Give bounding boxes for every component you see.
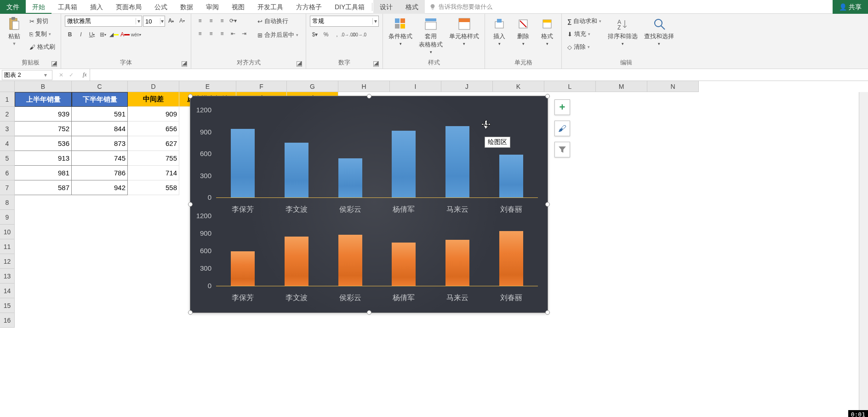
font-size-combo[interactable]: ▾ — [143, 16, 165, 27]
chart-handle-ne[interactable] — [545, 94, 550, 98]
bold-button[interactable]: B — [65, 29, 75, 40]
merge-center-button[interactable]: ⊞合并后居中▾ — [256, 29, 300, 41]
row-header-14[interactable]: 14 — [0, 284, 15, 298]
wrap-text-button[interactable]: ↩自动换行 — [256, 16, 300, 27]
row-header-3[interactable]: 3 — [0, 122, 15, 136]
share-button[interactable]: 👤共享 — [833, 0, 868, 14]
increase-font-button[interactable]: A▴ — [166, 16, 176, 26]
row-header-16[interactable]: 16 — [0, 313, 15, 328]
row-header-15[interactable]: 15 — [0, 298, 15, 313]
row-header-9[interactable]: 9 — [0, 210, 15, 225]
decrease-font-button[interactable]: A▾ — [177, 16, 187, 26]
tab-home[interactable]: 开始 — [26, 0, 51, 14]
chart-handle-w[interactable] — [188, 202, 193, 207]
row-header-5[interactable]: 5 — [0, 151, 15, 166]
decrease-decimal-button[interactable]: .00→.0 — [354, 29, 364, 40]
chart-bar[interactable] — [338, 235, 362, 286]
align-center-button[interactable]: ≡ — [206, 29, 216, 39]
chart-bar[interactable] — [445, 126, 469, 197]
chart-filters-button[interactable] — [554, 142, 570, 157]
row-header-12[interactable]: 12 — [0, 254, 15, 269]
tab-pagelayout[interactable]: 页面布局 — [109, 0, 148, 14]
select-all-button[interactable] — [0, 81, 15, 92]
worksheet[interactable]: BCDEFGHIJKLMN 12345678910111213141516 上半… — [0, 81, 868, 417]
formula-input[interactable] — [90, 69, 868, 81]
col-header-K[interactable]: K — [493, 81, 544, 92]
row-header-4[interactable]: 4 — [0, 136, 15, 151]
enter-formula-icon[interactable]: ✓ — [69, 72, 74, 78]
number-format-combo[interactable]: ▾ — [310, 16, 379, 27]
cell[interactable]: 913 — [15, 151, 72, 166]
orientation-button[interactable]: ⟳▾ — [228, 16, 238, 26]
col-header-N[interactable]: N — [647, 81, 699, 92]
tab-view[interactable]: 视图 — [225, 0, 251, 14]
italic-button[interactable]: I — [76, 29, 86, 40]
chart-bar[interactable] — [499, 231, 523, 286]
row-header-1[interactable]: 1 — [0, 92, 15, 107]
cell[interactable]: 873 — [72, 136, 128, 151]
accounting-format-button[interactable]: $▾ — [310, 29, 320, 40]
phonetic-button[interactable]: wén▾ — [131, 29, 141, 40]
cell[interactable]: 656 — [128, 122, 179, 136]
col-header-M[interactable]: M — [596, 81, 647, 92]
chart-bar[interactable] — [338, 158, 362, 197]
tab-toolbox[interactable]: 工具箱 — [51, 0, 84, 14]
align-right-button[interactable]: ≡ — [217, 29, 227, 39]
find-select-button[interactable]: 查找和选择▾ — [642, 16, 676, 58]
chart-handle-sw[interactable] — [188, 310, 193, 315]
tab-formulas[interactable]: 公式 — [148, 0, 174, 14]
border-button[interactable]: ⊞▾ — [98, 29, 108, 40]
vertical-scrollbar[interactable] — [859, 92, 868, 417]
delete-cells-button[interactable]: 删除▾ — [513, 16, 534, 58]
col-header-D[interactable]: D — [128, 81, 179, 92]
sort-filter-button[interactable]: AZ排序和筛选▾ — [606, 16, 640, 58]
tab-chart-format[interactable]: 格式 — [399, 0, 425, 14]
row-header-8[interactable]: 8 — [0, 195, 15, 210]
chart-bar[interactable] — [231, 251, 255, 286]
chart-handle-n[interactable] — [367, 94, 371, 98]
row-header-11[interactable]: 11 — [0, 239, 15, 254]
row-header-7[interactable]: 7 — [0, 180, 15, 195]
row-header-10[interactable]: 10 — [0, 225, 15, 239]
cell[interactable]: 627 — [128, 136, 179, 151]
cell[interactable]: 587 — [15, 180, 72, 195]
font-name-combo[interactable]: ▾ — [65, 16, 142, 27]
cancel-formula-icon[interactable]: ✕ — [59, 72, 63, 78]
col-header-C[interactable]: C — [72, 81, 128, 92]
chart-handle-s[interactable] — [367, 310, 371, 315]
align-top-button[interactable]: ≡ — [195, 16, 205, 26]
conditional-format-button[interactable]: 条件格式▾ — [387, 16, 414, 58]
chart-handle-e[interactable] — [545, 202, 550, 207]
cut-button[interactable]: ✂剪切 — [28, 16, 57, 27]
paste-button[interactable]: 粘贴 ▼ — [4, 16, 25, 58]
tab-chart-design[interactable]: 设计 — [373, 0, 399, 14]
tab-diy[interactable]: DIY工具箱 — [328, 0, 371, 14]
cell[interactable]: 745 — [72, 151, 128, 166]
alignment-dialog-launcher[interactable]: ◢ — [297, 61, 302, 67]
cell[interactable]: 981 — [15, 166, 72, 180]
name-box[interactable]: ▾ — [2, 70, 52, 80]
cell[interactable]: 752 — [15, 122, 72, 136]
chart-bar[interactable] — [285, 237, 308, 286]
align-left-button[interactable]: ≡ — [195, 29, 205, 39]
cell[interactable]: 714 — [128, 166, 179, 180]
col-header-E[interactable]: E — [179, 81, 236, 92]
cell[interactable]: 591 — [72, 107, 128, 122]
chart-bar[interactable] — [392, 131, 416, 197]
col-header-J[interactable]: J — [441, 81, 493, 92]
align-middle-button[interactable]: ≡ — [206, 16, 216, 26]
fx-icon[interactable]: fx — [80, 71, 90, 78]
cell[interactable]: 上半年销量 — [15, 92, 72, 107]
font-color-button[interactable]: A — [120, 29, 130, 40]
cell[interactable]: 942 — [72, 180, 128, 195]
col-header-F[interactable]: F — [236, 81, 287, 92]
cell-styles-button[interactable]: 单元格样式▾ — [447, 16, 481, 58]
row-header-13[interactable]: 13 — [0, 269, 15, 284]
fill-button[interactable]: ⬇填充▾ — [565, 29, 603, 40]
format-table-button[interactable]: 套用 表格格式▾ — [417, 16, 445, 58]
row-header-2[interactable]: 2 — [0, 107, 15, 122]
chart-bar[interactable] — [231, 129, 255, 197]
cell[interactable]: 中间差 — [128, 92, 179, 107]
col-header-B[interactable]: B — [15, 81, 72, 92]
cell[interactable]: 558 — [128, 180, 179, 195]
